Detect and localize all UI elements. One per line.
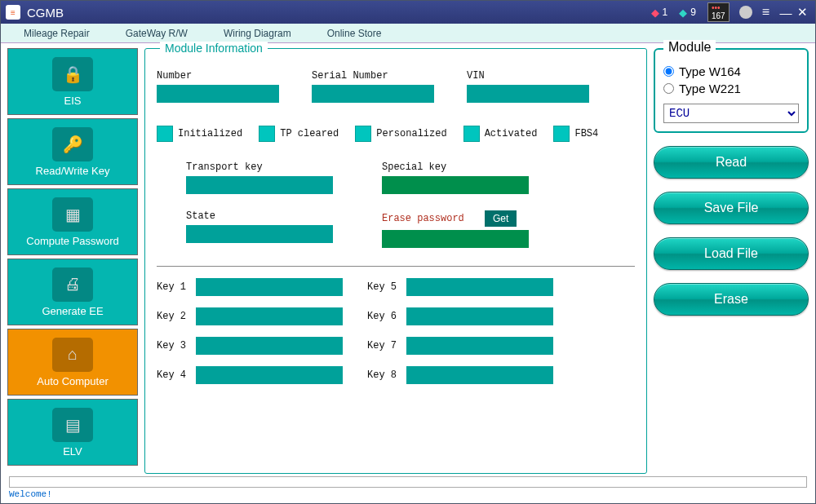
sidebar-item-label: Read/Write Key xyxy=(36,165,110,177)
get-button[interactable]: Get xyxy=(485,210,517,227)
module-box: Module Type W164 Type W221 ECU xyxy=(654,48,809,133)
key2-label: Key 2 xyxy=(157,311,196,322)
key6-label: Key 6 xyxy=(367,311,406,322)
vin-field[interactable] xyxy=(467,85,589,103)
menu-wiring-diagram[interactable]: Wiring Diagram xyxy=(206,28,309,39)
erase-password-field[interactable] xyxy=(382,230,529,248)
sidebar-item-label: ELV xyxy=(63,445,82,458)
gem-green-icon: ◆ xyxy=(679,7,687,19)
key7-field[interactable] xyxy=(406,337,553,355)
transport-key-field[interactable] xyxy=(186,176,333,194)
sidebar-item-label: Auto Computer xyxy=(37,375,108,387)
sidebar-item-label: Compute Password xyxy=(26,235,118,247)
gem-red-stat: ◆ 1 xyxy=(651,7,668,19)
ecu-icon: ⌂ xyxy=(52,338,93,372)
app-title: CGMB xyxy=(27,6,64,20)
key1-label: Key 1 xyxy=(157,281,196,293)
sidebar-item-generate-ee[interactable]: 🖨 Generate EE xyxy=(7,259,138,325)
flag-initialized[interactable]: Initialized xyxy=(157,126,242,142)
status-text: Welcome! xyxy=(9,489,807,499)
app-logo-icon: ≡ xyxy=(6,5,20,20)
sidebar-item-auto-computer[interactable]: ⌂ Auto Computer xyxy=(7,329,138,396)
progress-bar xyxy=(9,476,807,488)
sidebar-item-read-write-key[interactable]: 🔑 Read/Write Key xyxy=(7,118,138,185)
panel-title: Module Information xyxy=(160,42,268,55)
divider xyxy=(157,266,635,267)
checkbox-icon xyxy=(355,126,371,142)
minimize-button[interactable]: — xyxy=(778,6,794,20)
printer-icon: 🖨 xyxy=(52,267,93,302)
radio-type-w164[interactable]: Type W164 xyxy=(663,64,799,78)
chip-icon: ▦ xyxy=(52,197,93,232)
menu-mileage-repair[interactable]: Mileage Repair xyxy=(6,28,108,39)
status-bar: Welcome! xyxy=(1,475,815,500)
menu-online-store[interactable]: Online Store xyxy=(309,28,400,39)
radio-type-w221[interactable]: Type W221 xyxy=(663,82,799,95)
key6-field[interactable] xyxy=(406,307,553,325)
key4-label: Key 4 xyxy=(157,369,196,381)
key4-field[interactable] xyxy=(196,366,343,384)
number-label: Number xyxy=(157,70,279,82)
gem-red-count: 1 xyxy=(663,7,668,18)
module-select[interactable]: ECU xyxy=(663,104,799,123)
key5-field[interactable] xyxy=(406,278,553,296)
erase-button[interactable]: Erase xyxy=(654,283,809,316)
titlebar: ≡ CGMB ◆ 1 ◆ 9 ••• 167 ≡ — ✕ xyxy=(1,1,815,24)
sidebar-item-label: EIS xyxy=(64,95,82,107)
medal-icon[interactable] xyxy=(739,6,752,19)
serial-number-label: Serial Number xyxy=(312,70,434,82)
gem-green-stat: ◆ 9 xyxy=(679,7,696,19)
sidebar-item-eis[interactable]: 🔒 EIS xyxy=(7,48,138,115)
erase-password-label: Erase password xyxy=(382,213,480,224)
load-file-button[interactable]: Load File xyxy=(654,237,809,270)
key2-field[interactable] xyxy=(196,307,343,325)
key-icon: 🔑 xyxy=(52,127,93,161)
serial-number-field[interactable] xyxy=(312,85,434,103)
special-key-field[interactable] xyxy=(382,176,529,194)
flag-activated[interactable]: Activated xyxy=(463,126,538,142)
checkbox-icon xyxy=(463,126,480,142)
key8-label: Key 8 xyxy=(367,369,406,381)
state-field[interactable] xyxy=(186,225,333,243)
calendar-badge[interactable]: ••• 167 xyxy=(707,2,730,22)
read-button[interactable]: Read xyxy=(654,146,809,179)
flag-tp-cleared[interactable]: TP cleared xyxy=(259,126,339,142)
gem-red-icon: ◆ xyxy=(651,7,659,19)
key7-label: Key 7 xyxy=(367,340,406,351)
checkbox-icon xyxy=(259,126,275,142)
save-file-button[interactable]: Save File xyxy=(654,192,809,224)
module-information-panel: Module Information Number Serial Number … xyxy=(144,48,647,474)
number-field[interactable] xyxy=(157,85,279,103)
gem-green-count: 9 xyxy=(690,7,696,18)
sidebar: 🔒 EIS 🔑 Read/Write Key ▦ Compute Passwor… xyxy=(7,48,138,474)
close-button[interactable]: ✕ xyxy=(794,5,810,20)
vin-label: VIN xyxy=(467,70,589,82)
key1-field[interactable] xyxy=(196,278,343,296)
key8-field[interactable] xyxy=(406,366,553,384)
checkbox-icon xyxy=(553,126,570,142)
sidebar-item-compute-password[interactable]: ▦ Compute Password xyxy=(7,188,138,255)
eis-icon: 🔒 xyxy=(52,57,93,91)
board-icon: ▤ xyxy=(52,408,93,442)
state-label: State xyxy=(186,210,333,222)
menu-gateway-rw[interactable]: GateWay R/W xyxy=(108,28,206,39)
key3-field[interactable] xyxy=(196,337,343,355)
flag-fbs4[interactable]: FBS4 xyxy=(553,126,598,142)
key3-label: Key 3 xyxy=(157,340,196,351)
sidebar-item-label: Generate EE xyxy=(42,305,103,317)
right-panel: Module Type W164 Type W221 ECU Read Save… xyxy=(654,48,809,474)
checkbox-icon xyxy=(157,126,173,142)
key5-label: Key 5 xyxy=(367,281,406,293)
transport-key-label: Transport key xyxy=(186,161,333,173)
menu-hamburger-icon[interactable]: ≡ xyxy=(762,5,769,20)
special-key-label: Special key xyxy=(382,161,529,173)
module-title: Module xyxy=(663,40,716,55)
flag-personalized[interactable]: Personalized xyxy=(355,126,446,142)
sidebar-item-elv[interactable]: ▤ ELV xyxy=(7,399,138,466)
